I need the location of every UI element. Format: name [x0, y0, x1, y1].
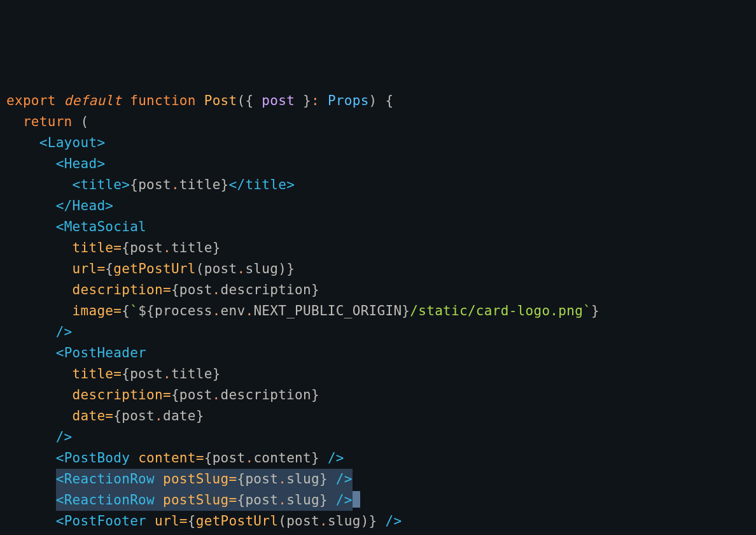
code-line[interactable]: <MetaSocial	[6, 217, 750, 238]
code-line[interactable]: return (	[6, 111, 750, 132]
expr-brace: }	[196, 408, 204, 424]
dot: .	[237, 261, 245, 276]
jsx-bracket: <	[73, 177, 81, 192]
equals: =	[113, 303, 122, 318]
colon: :	[311, 93, 319, 108]
jsx-tag: PostFooter	[64, 513, 146, 529]
code-line[interactable]: url={getPostUrl(post.slug)}	[6, 259, 750, 280]
property: NEXT_PUBLIC_ORIGIN	[253, 303, 402, 318]
expr-brace: {	[237, 471, 245, 487]
space	[319, 93, 328, 108]
expr-brace: {	[122, 240, 130, 255]
dot: .	[213, 387, 221, 403]
code-line[interactable]: <ReactionRow postSlug={post.slug} />	[6, 490, 750, 511]
identifier: post	[204, 261, 237, 276]
jsx-attr: description	[73, 387, 163, 403]
property: slug	[286, 471, 319, 487]
code-line[interactable]: </Head>	[6, 196, 750, 217]
property: title	[179, 177, 221, 192]
expr-brace: }	[213, 366, 221, 382]
equals: =	[113, 366, 122, 382]
keyword-function: function	[130, 93, 196, 108]
code-line[interactable]: title={post.title}	[6, 364, 750, 385]
identifier: post	[245, 492, 278, 508]
jsx-bracket: />	[56, 429, 73, 445]
jsx-bracket: <	[56, 513, 64, 529]
expr-brace: }	[213, 240, 221, 255]
jsx-bracket: <	[56, 471, 64, 487]
dot: .	[278, 471, 286, 487]
property: content	[253, 450, 311, 466]
code-line[interactable]: date={post.date}	[6, 406, 750, 427]
code-line[interactable]: <ReactionRow postSlug={post.slug} />	[6, 469, 750, 490]
function-call: getPostUrl	[113, 261, 195, 276]
jsx-attr: url	[155, 513, 179, 529]
equals: =	[179, 513, 188, 529]
interp-open: ${	[138, 303, 155, 318]
dot: .	[278, 492, 286, 508]
function-name: Post	[204, 93, 237, 108]
code-line[interactable]: />	[6, 322, 750, 343]
code-line[interactable]: <AllPostsLink text="See More Posts" />	[6, 532, 750, 535]
expr-brace: {	[130, 177, 138, 192]
jsx-bracket: <	[56, 450, 64, 466]
jsx-bracket: <	[39, 135, 48, 150]
jsx-bracket: <	[56, 345, 64, 360]
code-line[interactable]: description={post.description}	[6, 280, 750, 301]
equals: =	[97, 261, 105, 276]
keyword-return: return	[23, 114, 73, 129]
code-line[interactable]: title={post.title}	[6, 238, 750, 259]
template-string: /static/card-logo.png	[410, 303, 583, 318]
expr-brace: {	[188, 513, 196, 529]
dot: .	[155, 408, 163, 424]
property: slug	[328, 513, 361, 529]
code-line[interactable]: />	[6, 427, 750, 448]
selection-highlight: <ReactionRow postSlug={post.slug} />	[56, 469, 353, 490]
property: slug	[245, 261, 278, 276]
identifier: post	[130, 240, 163, 255]
identifier: post	[245, 471, 278, 487]
dot: .	[171, 177, 179, 192]
expr-brace: {	[105, 261, 113, 276]
code-line[interactable]: <Head>	[6, 153, 750, 175]
jsx-bracket: />	[336, 471, 353, 487]
jsx-tag: ReactionRow	[64, 492, 155, 508]
code-line[interactable]: export default function Post({ post }: P…	[6, 90, 750, 111]
jsx-tag: Layout	[48, 135, 97, 150]
code-line[interactable]: <PostFooter url={getPostUrl(post.slug)} …	[6, 511, 750, 532]
property: date	[163, 408, 196, 424]
jsx-tag: title	[245, 177, 286, 192]
jsx-attr: date	[73, 408, 106, 424]
dot: .	[163, 240, 171, 255]
code-line[interactable]: <Layout>	[6, 132, 750, 153]
equals: =	[163, 387, 171, 403]
expr-brace: {	[113, 408, 122, 424]
identifier: post	[179, 282, 213, 297]
type-annotation: Props	[328, 93, 369, 108]
expr-brace: }	[221, 177, 229, 192]
code-line[interactable]: <PostHeader	[6, 343, 750, 364]
paren: ) {	[369, 93, 394, 108]
jsx-bracket: />	[336, 492, 353, 508]
property: title	[171, 240, 213, 255]
paren: )}	[278, 261, 295, 276]
code-editor[interactable]: export default function Post({ post }: P…	[6, 90, 750, 535]
jsx-attr: description	[73, 282, 163, 297]
dot: .	[163, 366, 171, 382]
jsx-bracket: />	[386, 513, 402, 529]
equals: =	[229, 471, 237, 487]
jsx-bracket: <	[56, 156, 64, 171]
expr-brace: {	[171, 387, 179, 403]
code-line[interactable]: <PostBody content={post.content} />	[6, 448, 750, 469]
identifier: process	[155, 303, 213, 318]
property: title	[171, 366, 213, 382]
code-line[interactable]: image={`${process.env.NEXT_PUBLIC_ORIGIN…	[6, 301, 750, 322]
interp-close: }	[402, 303, 410, 318]
property: slug	[286, 492, 319, 508]
jsx-bracket: >	[97, 135, 105, 150]
code-line[interactable]: description={post.description}	[6, 385, 750, 406]
identifier: post	[213, 450, 246, 466]
jsx-bracket: >	[122, 177, 130, 192]
code-line[interactable]: <title>{post.title}</title>	[6, 175, 750, 196]
keyword-default: default	[64, 93, 122, 108]
